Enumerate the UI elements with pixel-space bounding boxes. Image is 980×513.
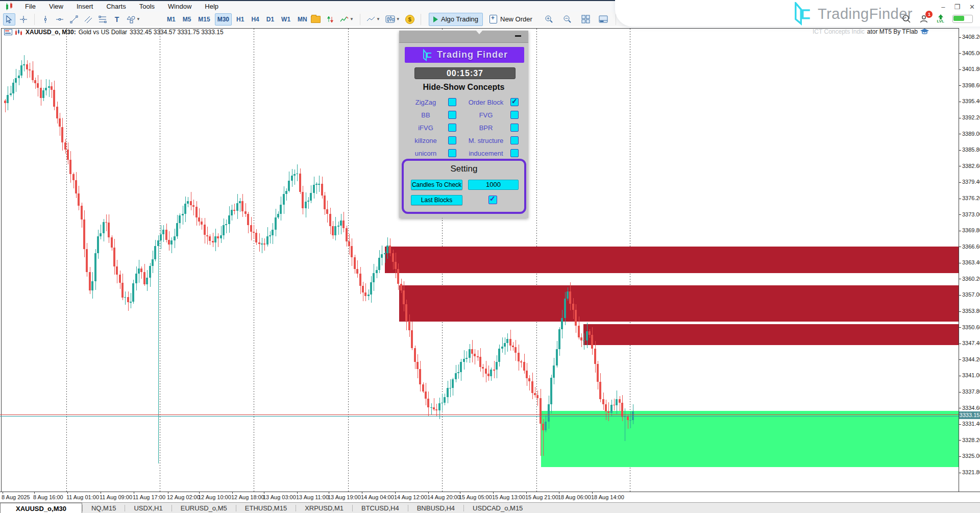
close-button[interactable]: ✕ [969,4,975,10]
symbol-tab-btcusd-h4[interactable]: BTCUSD,H4 [353,503,408,513]
menu-view[interactable]: View [42,1,70,12]
tradingfinder-logo-icon [791,2,813,26]
symbol-tab-bnbusd-h4[interactable]: BNBUSD,H4 [408,503,463,513]
concept-checkbox-ifvg[interactable] [448,124,456,132]
time-axis-label: 14 Aug 12:00 [394,494,427,500]
time-axis-label: 12 Aug 02:00 [167,494,200,500]
menu-charts[interactable]: Charts [100,1,132,12]
timeframe-h4[interactable]: H4 [249,13,261,26]
symbol-tab-bar: XAUUSD_o,M30NQ,M15USDX,H1EURUSD_o,M5ETHU… [0,502,980,513]
concept-checkbox-killzone[interactable] [448,136,456,144]
timeframe-h1[interactable]: H1 [234,13,247,26]
concept-checkbox-zigzag[interactable] [448,98,456,106]
text-tool-button[interactable]: T [111,13,123,26]
concept-checkbox-unicorn[interactable] [448,149,456,157]
timeframe-w1[interactable]: W1 [279,13,293,26]
concept-label-bb: BB [405,111,446,119]
minimize-button[interactable]: – [941,4,945,10]
symbol-tab-usdx-h1[interactable]: USDX,H1 [125,503,171,513]
symbol-tab-usdcad-o-m15[interactable]: USDCAD_o,M15 [464,503,531,513]
concept-checkbox-bpr[interactable] [510,124,519,132]
deals-arrows-button[interactable] [324,13,336,26]
concept-checkbox-bb[interactable] [448,111,456,119]
channel-tool-button[interactable] [82,13,94,26]
chart-symbol-title: XAUUSD_o, M30: [26,29,76,36]
menu-tools[interactable]: Tools [133,1,161,12]
panel-title-bar[interactable] [399,31,528,43]
search-icon[interactable] [902,14,911,23]
toolbox-window-button[interactable] [597,13,609,26]
candle-chart-type-button[interactable]: ▼ [384,13,402,26]
price-tick-label: 3392.20 [959,114,980,120]
mini-chart-icon[interactable] [15,29,23,35]
line-chart-type-button[interactable]: ▼ [365,13,382,26]
chevron-down-icon: ▼ [136,17,140,21]
concepts-row: BBFVG [399,109,528,122]
price-tick-label: 3398.60 [959,82,980,88]
timeframe-m5[interactable]: M5 [180,13,194,26]
timeframe-m30[interactable]: M30 [215,13,232,26]
menu-insert[interactable]: Insert [70,1,100,12]
fibonacci-tool-button[interactable] [96,13,109,26]
vertical-line-tool-button[interactable] [39,13,52,26]
timeframe-m15[interactable]: M15 [195,13,212,26]
play-icon [433,16,438,22]
symbols-button[interactable]: $ [404,13,416,26]
time-axis-label: 15 Aug 21:00 [525,494,558,500]
symbol-tab-xauusd-o-m30[interactable]: XAUUSD_o,M30 [0,503,82,513]
trendline-tool-button[interactable] [68,13,80,26]
open-data-folder-button[interactable] [309,13,322,26]
candles-to-check-input[interactable]: 1000 [468,180,519,190]
algo-trading-button[interactable]: Algo Trading [429,13,483,26]
menu-help[interactable]: Help [198,1,225,12]
symbol-tab-ethusd-m15[interactable]: ETHUSD,M15 [236,503,296,513]
timeframe-d1[interactable]: D1 [264,13,277,26]
concept-checkbox-m-structure[interactable] [510,136,519,144]
window-controls: –❐✕ [941,4,975,10]
price-axis[interactable]: 3408.203405.003401.803398.603395.403392.… [959,28,980,492]
current-price-badge: 3333.15 [959,411,980,419]
chart-ohlc-quote: 3332.45 3334.57 3331.75 3333.15 [130,29,224,36]
symbol-tab-eurusd-o-m5[interactable]: EURUSD_o,M5 [172,503,236,513]
indicator-label: ICT Concepts Indicator MT5 By TFlab [813,28,929,35]
connection-toggle[interactable] [952,15,973,23]
object-list-icon[interactable] [4,29,12,35]
menu-window[interactable]: Window [161,1,198,12]
tile-windows-button[interactable] [580,13,592,26]
price-tick-label: 3401.80 [959,66,980,72]
graduation-cap-icon [920,29,929,35]
restore-button[interactable]: ❐ [954,4,960,10]
panel-minimize-button[interactable] [515,35,521,37]
indicators-button[interactable]: ▼ [338,13,355,26]
shapes-tool-button[interactable]: ▼ [125,13,142,26]
chart-area[interactable]: XAUUSD_o, M30: Gold vs US Dollar 3332.45… [0,27,980,492]
timeframe-mn[interactable]: MN [295,13,310,26]
symbol-tab-xrpusd-m1[interactable]: XRPUSD,M1 [296,503,352,513]
price-tick-label: 3347.40 [959,340,980,346]
zoom-in-button[interactable] [543,13,555,26]
concept-checkbox-fvg[interactable] [510,111,519,119]
price-tick-label: 3325.00 [959,453,980,459]
last-blocks-button[interactable]: Last Blocks [411,195,462,205]
last-blocks-checkbox[interactable] [488,196,497,204]
algo-trading-label: Algo Trading [441,15,478,23]
concept-checkbox-inducement[interactable] [510,149,519,157]
menu-file[interactable]: File [18,1,42,12]
candles-to-check-button[interactable]: Candles To Check [411,180,462,190]
new-order-button[interactable]: New Order [485,13,537,26]
tradingfinder-panel[interactable]: Trading Finder 00:15:37 Hide-Show Concep… [399,31,528,218]
account-icon[interactable]: 1 [919,14,928,23]
concept-checkbox-order-block[interactable] [510,98,519,106]
price-tick-label: 3405.00 [959,50,980,56]
horizontal-line-tool-button[interactable] [54,13,66,26]
panel-brand-banner: Trading Finder [405,47,524,63]
menu-items: FileViewInsertChartsToolsWindowHelp [18,1,225,12]
time-axis[interactable]: 8 Aug 20258 Aug 16:0011 Aug 01:0011 Aug … [0,492,980,502]
cursor-tool-button[interactable] [3,13,15,26]
crosshair-tool-button[interactable] [17,13,30,26]
timeframe-m1[interactable]: M1 [164,13,178,26]
setting-title: Setting [404,164,524,174]
symbol-tab-nq-m15[interactable]: NQ,M15 [83,503,125,513]
zoom-out-button[interactable] [561,13,574,26]
concepts-row: iFVGBPR [399,122,528,135]
